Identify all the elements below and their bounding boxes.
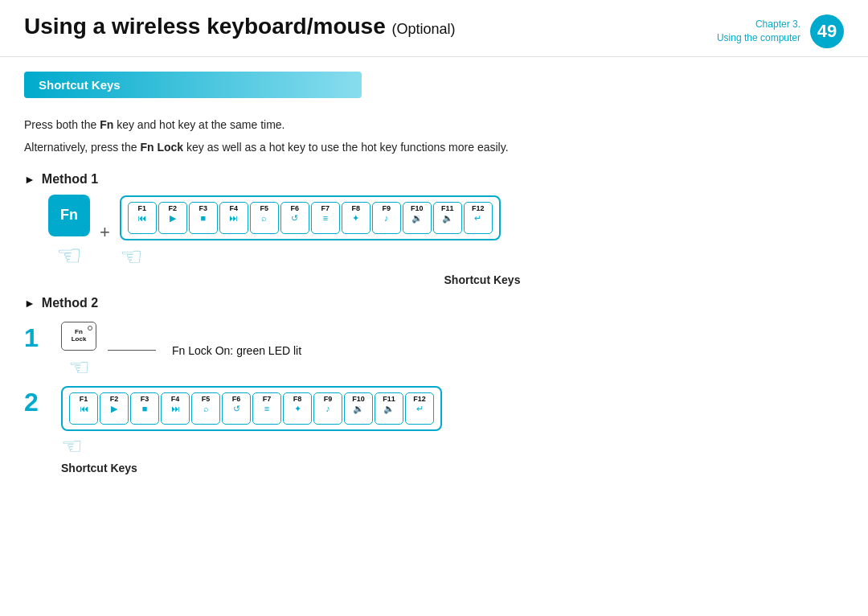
method1-arrow-icon: ► bbox=[24, 173, 35, 186]
hand-icon-step2: ☜ bbox=[61, 434, 83, 458]
step1-content: Fn Lock ☜ Fn Lock On: green LED lit bbox=[61, 322, 301, 380]
fn-key-group: Fn ☜ bbox=[48, 195, 90, 270]
fkey-f8: F8✦ bbox=[283, 392, 312, 425]
fkey-f1: F1⏮ bbox=[128, 202, 157, 234]
fkey-f5: F5⌕ bbox=[250, 202, 279, 234]
fn-lock-desc: Fn Lock On: green LED lit bbox=[172, 344, 301, 357]
method2-label: Method 2 bbox=[42, 296, 98, 310]
fkey-f11: F11🔈 bbox=[375, 392, 403, 425]
page-title: Using a wireless keyboard/mouse (Optiona… bbox=[24, 14, 456, 39]
method2-section: 1 Fn Lock ☜ Fn Lock On: green LED lit bbox=[24, 322, 844, 474]
fkey-f3: F3■ bbox=[130, 392, 159, 425]
hand-icon-method1: ☜ bbox=[56, 241, 82, 270]
intro-line2: Alternatively, press the Fn Lock key as … bbox=[24, 138, 844, 158]
hand-icon-step1: ☜ bbox=[68, 355, 90, 380]
shortcut-keys-banner: Shortcut Keys bbox=[24, 72, 362, 98]
fn-key: Fn bbox=[48, 195, 90, 236]
fkey-f12: F12↵ bbox=[464, 202, 493, 234]
fkey-f8: F8✦ bbox=[342, 202, 371, 234]
keyboard-row-method1: F1⏮F2▶F3■F4⏭F5⌕F6↺F7≡F8✦F9♪F10🔉F11🔈F12↵ bbox=[120, 195, 501, 240]
content-area: Shortcut Keys Press both the Fn key and … bbox=[0, 57, 868, 474]
fkey-f10: F10🔉 bbox=[403, 202, 432, 234]
page-header: Using a wireless keyboard/mouse (Optiona… bbox=[0, 0, 868, 57]
fkey-f10: F10🔉 bbox=[344, 392, 373, 425]
fkey-f5: F5⌕ bbox=[191, 392, 220, 425]
fkeys-group-method1: F1⏮F2▶F3■F4⏭F5⌕F6↺F7≡F8✦F9♪F10🔉F11🔈F12↵ … bbox=[120, 195, 501, 269]
fkey-f4: F4⏭ bbox=[219, 202, 248, 234]
fkey-f6: F6↺ bbox=[222, 392, 251, 425]
chapter-sub: Using the computer bbox=[717, 31, 800, 45]
chapter-info: Chapter 3. Using the computer 49 bbox=[717, 14, 844, 48]
fkey-f2: F2▶ bbox=[158, 202, 187, 234]
fkey-f11: F11🔈 bbox=[433, 202, 462, 234]
keyboard-row-method2: F1⏮F2▶F3■F4⏭F5⌕F6↺F7≡F8✦F9♪F10🔉F11🔈F12↵ bbox=[61, 386, 442, 431]
method1-label: Method 1 bbox=[42, 172, 98, 187]
step1-row: 1 Fn Lock ☜ Fn Lock On: green LED lit bbox=[24, 322, 844, 380]
fkey-f7: F7≡ bbox=[311, 202, 340, 234]
fkey-f12: F12↵ bbox=[405, 392, 434, 425]
shortcut-label-method1: Shortcut Keys bbox=[121, 273, 844, 286]
method1-header: ► Method 1 bbox=[24, 172, 844, 187]
intro-line1: Press both the Fn key and hot key at the… bbox=[24, 116, 844, 135]
fkey-f3: F3■ bbox=[189, 202, 218, 234]
fn-lock-key: Fn Lock bbox=[61, 322, 96, 351]
fkey-f9: F9♪ bbox=[313, 392, 342, 425]
shortcut-label-method2: Shortcut Keys bbox=[61, 462, 137, 474]
fn-lock-desc-arrow bbox=[108, 350, 161, 351]
fkey-f4: F4⏭ bbox=[161, 392, 190, 425]
fkey-f9: F9♪ bbox=[372, 202, 401, 234]
method2-header: ► Method 2 bbox=[24, 296, 844, 310]
step2-keyboard-group: F1⏮F2▶F3■F4⏭F5⌕F6↺F7≡F8✦F9♪F10🔉F11🔈F12↵ … bbox=[61, 386, 442, 474]
fkey-f7: F7≡ bbox=[252, 392, 281, 425]
fkey-f1: F1⏮ bbox=[69, 392, 98, 425]
fn-lock-dot-icon bbox=[88, 326, 92, 331]
method1-row: Fn ☜ + F1⏮F2▶F3■F4⏭F5⌕F6↺F7≡F8✦F9♪F10🔉F1… bbox=[48, 195, 844, 270]
fkey-f6: F6↺ bbox=[280, 202, 309, 234]
page-number: 49 bbox=[810, 14, 844, 48]
step2-number: 2 bbox=[24, 389, 48, 415]
step2-row: 2 F1⏮F2▶F3■F4⏭F5⌕F6↺F7≡F8✦F9♪F10🔉F11🔈F12… bbox=[24, 386, 844, 474]
chapter-label: Chapter 3. bbox=[717, 18, 800, 31]
step1-number: 1 bbox=[24, 325, 48, 351]
method2-arrow-icon: ► bbox=[24, 297, 35, 310]
fkey-f2: F2▶ bbox=[100, 392, 129, 425]
method1-section: Fn ☜ + F1⏮F2▶F3■F4⏭F5⌕F6↺F7≡F8✦F9♪F10🔉F1… bbox=[24, 195, 844, 286]
hand-icon-fkey: ☜ bbox=[120, 244, 143, 269]
plus-sign: + bbox=[100, 222, 110, 243]
